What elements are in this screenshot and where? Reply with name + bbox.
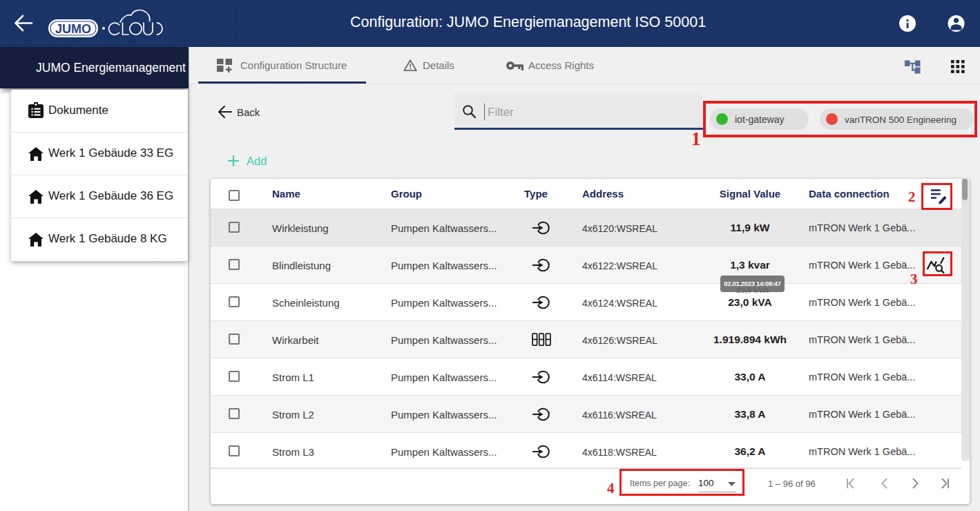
svg-text:JUMO: JUMO	[55, 22, 91, 36]
